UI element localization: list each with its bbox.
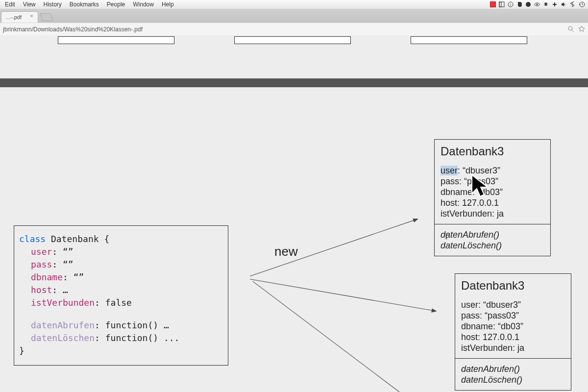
info-icon[interactable]: i	[508, 1, 514, 7]
instance2-attr-3: host: 127.0.0.1	[461, 332, 565, 343]
selected-text-user: user	[441, 166, 458, 175]
tab-title: …-.pdf	[5, 14, 22, 20]
svg-point-8	[568, 26, 572, 30]
volume-icon[interactable]	[561, 1, 566, 7]
instance2-attr-1: pass: “pass03”	[461, 310, 565, 321]
browser-tabstrip: …-.pdf ×	[0, 9, 588, 23]
instance1-method-1: datenLöschen()	[441, 240, 544, 251]
svg-point-4	[526, 2, 531, 7]
instance1-attr-1: pass: “pass03”	[441, 176, 544, 187]
svg-rect-1	[499, 2, 501, 7]
svg-line-12	[253, 281, 399, 392]
svg-point-6	[537, 4, 538, 5]
menu-bookmarks[interactable]: Bookmarks	[66, 1, 103, 8]
record-icon[interactable]	[490, 1, 496, 7]
evernote-icon[interactable]	[516, 1, 522, 7]
instance1-title: Datenbank3	[435, 140, 550, 162]
svg-rect-0	[499, 2, 504, 7]
svg-text:i: i	[510, 2, 511, 7]
class-name: Datenbank {	[46, 234, 109, 244]
field-host: host	[31, 285, 52, 295]
field-dbname: dbname	[31, 272, 63, 282]
dropbox-icon[interactable]	[543, 1, 549, 7]
instance2-attr-4: istVerbunden: ja	[461, 343, 565, 353]
plus-icon[interactable]	[552, 1, 558, 7]
panel-icon[interactable]	[499, 1, 505, 7]
instance2-method-0: datenAbrufen()	[461, 364, 565, 374]
instance1-method-0: datenAbrufen()	[441, 229, 544, 240]
svg-line-9	[572, 30, 574, 32]
new-tab-button[interactable]	[40, 13, 53, 21]
slide-divider	[0, 78, 588, 87]
tab-close-icon[interactable]: ×	[30, 14, 36, 20]
instance1-attr-3: host: 127.0.0.1	[441, 197, 544, 208]
leaf-icon[interactable]	[525, 1, 531, 7]
text-caret-icon: I	[445, 232, 445, 240]
instance2-method-1: datenLöschen()	[461, 374, 565, 385]
timemachine-icon[interactable]	[578, 1, 585, 7]
new-keyword-label: new	[274, 244, 298, 259]
menu-window[interactable]: Window	[129, 1, 158, 8]
macos-menubar: Edit View History Bookmarks People Windo…	[0, 0, 588, 9]
field-istverbunden: istVerbunden	[31, 297, 95, 308]
menu-history[interactable]: History	[39, 1, 65, 8]
instance2-attr-2: dbname: “db03”	[461, 321, 565, 332]
instance1-attr-2: dbname: “db03”	[441, 187, 544, 197]
bluetooth-icon[interactable]	[569, 1, 575, 7]
instance-box-2: Datenbank3 user: “dbuser3” pass: “pass03…	[455, 273, 571, 391]
menu-help[interactable]: Help	[158, 1, 178, 8]
menu-people[interactable]: People	[103, 1, 129, 8]
instance1-attr-4: istVerbunden: ja	[441, 208, 544, 219]
keyword-class: class	[19, 234, 46, 244]
browser-omnibar: jbrinkmann/Downloads/Was%20sind%20Klasse…	[0, 23, 588, 36]
method-datenabrufen: datenAbrufen	[31, 320, 95, 330]
previous-slide-edge	[0, 35, 588, 46]
star-icon[interactable]	[574, 25, 585, 34]
browser-tab[interactable]: …-.pdf ×	[1, 11, 38, 23]
slide-canvas: class Datenbank { user: “” pass: “” dbna…	[0, 87, 588, 392]
method-datenloeschen: datenLöschen	[31, 333, 95, 343]
field-pass: pass	[31, 259, 52, 270]
instance2-title: Datenbank3	[455, 274, 571, 296]
eye-icon[interactable]	[534, 1, 540, 7]
zoom-icon[interactable]	[564, 25, 574, 34]
menubar-status-icons: i	[490, 1, 588, 7]
closing-brace: }	[19, 344, 223, 357]
instance2-attr-0: user: “dbuser3”	[461, 299, 565, 310]
class-definition-box: class Datenbank { user: “” pass: “” dbna…	[14, 225, 228, 366]
menu-view[interactable]: View	[19, 1, 40, 8]
svg-line-11	[250, 279, 436, 311]
url-field[interactable]: jbrinkmann/Downloads/Was%20sind%20Klasse…	[3, 26, 564, 33]
instance-box-1: Datenbank3 user: “dbuser3” pass: “pass03…	[434, 139, 551, 256]
field-user: user	[31, 246, 52, 257]
pdf-viewport[interactable]: class Datenbank { user: “” pass: “” dbna…	[0, 35, 588, 392]
instance1-attr-0-rest: : “dbuser3”	[458, 166, 500, 175]
menu-edit[interactable]: Edit	[1, 1, 19, 8]
